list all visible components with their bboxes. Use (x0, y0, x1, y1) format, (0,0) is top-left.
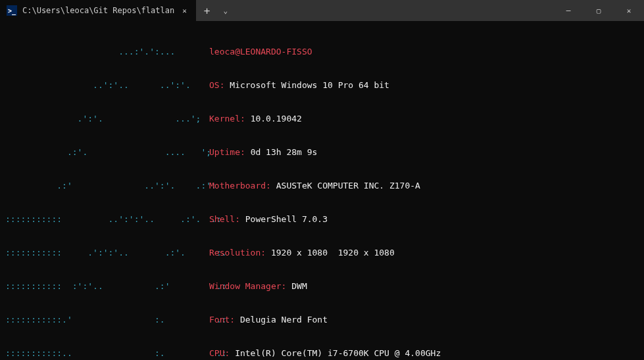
uptime-label: Uptime: (209, 147, 245, 157)
terminal-content[interactable]: ...:'.':... leoca@LEONARDO-FISSO ..':'..… (0, 21, 644, 360)
tab-active[interactable]: >_ C:\Users\leoca\Git Repos\flatlan ✕ (0, 0, 196, 21)
os-value: Microsoft Windows 10 Pro 64 bit (230, 80, 389, 90)
res-label: Resolution: (209, 248, 266, 258)
mobo-label: Motherboard: (209, 181, 271, 191)
close-window-button[interactable]: ✕ (614, 0, 644, 21)
kernel-value: 10.0.19042 (251, 114, 302, 124)
shell-value: PowerShell 7.0.3 (245, 214, 328, 224)
window-controls: ─ ▢ ✕ (553, 0, 644, 21)
titlebar: >_ C:\Users\leoca\Git Repos\flatlan ✕ + … (0, 0, 644, 21)
shell-label: Shell: (209, 214, 240, 224)
os-label: OS: (209, 80, 224, 90)
cpu-label: CPU: (209, 348, 230, 358)
font-label: Font: (209, 315, 235, 325)
tab-title: C:\Users\leoca\Git Repos\flatlan (22, 6, 174, 15)
user-host: leoca@LEONARDO-FISSO (209, 47, 312, 56)
new-tab-button[interactable]: + (196, 5, 218, 17)
tab-dropdown-icon[interactable]: ⌄ (218, 7, 233, 15)
wm-label: Window Manager: (209, 281, 286, 291)
cpu-value: Intel(R) Core(TM) i7-6700K CPU @ 4.00GHz (235, 348, 441, 358)
close-tab-icon[interactable]: ✕ (180, 5, 189, 16)
kernel-label: Kernel: (209, 114, 245, 124)
minimize-button[interactable]: ─ (553, 0, 583, 21)
uptime-value: 0d 13h 28m 9s (251, 147, 318, 157)
wm-value: DWM (291, 281, 307, 291)
mobo-value: ASUSTeK COMPUTER INC. Z170-A (276, 181, 420, 191)
font-value: Delugia Nerd Font (240, 315, 328, 325)
tab-icon: >_ (7, 5, 17, 16)
maximize-button[interactable]: ▢ (583, 0, 614, 21)
ascii-art: ...:'.':... (5, 46, 209, 57)
res-value: 1920 x 1080 1920 x 1080 (271, 248, 395, 258)
